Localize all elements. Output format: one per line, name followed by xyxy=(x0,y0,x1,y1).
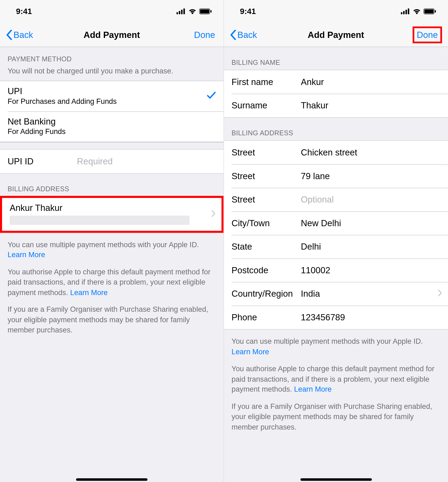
first-name-value: Ankur xyxy=(301,77,324,87)
country-value: India xyxy=(301,289,320,299)
status-time: 9:41 xyxy=(240,7,256,16)
nav-title: Add Payment xyxy=(308,30,364,40)
billing-address-list: Street Chicken street Street 79 lane Str… xyxy=(224,140,448,329)
street2-row[interactable]: Street 79 lane xyxy=(224,164,448,188)
nav-bar: Back Add Payment Done xyxy=(224,23,448,47)
status-time: 9:41 xyxy=(16,7,32,16)
footer-p3: If you are a Family Organiser with Purch… xyxy=(224,394,448,432)
svg-rect-10 xyxy=(408,8,409,14)
billing-address-header: BILLING ADDRESS xyxy=(0,173,223,196)
street3-row[interactable]: Street Optional xyxy=(224,188,448,211)
checkmark-icon xyxy=(207,90,216,102)
nav-bar: Back Add Payment Done xyxy=(0,23,223,47)
billing-name-list: First name Ankur Surname Thakur xyxy=(224,70,448,118)
first-name-row[interactable]: First name Ankur xyxy=(224,70,448,94)
billing-address-header: BILLING ADDRESS xyxy=(224,118,448,140)
city-label: City/Town xyxy=(232,218,301,228)
back-button[interactable]: Back xyxy=(6,30,33,40)
upi-id-row-list: UPI ID Required xyxy=(0,150,223,173)
home-indicator[interactable] xyxy=(76,478,148,481)
country-row[interactable]: Country/Region India xyxy=(224,282,448,306)
billing-address-row[interactable]: Ankur Thakur xyxy=(2,198,222,231)
svg-rect-8 xyxy=(403,11,404,15)
street-placeholder: Optional xyxy=(301,194,334,205)
svg-rect-2 xyxy=(181,10,182,14)
payment-method-note: You will not be charged until you make a… xyxy=(0,66,223,81)
chevron-right-icon xyxy=(438,290,442,298)
payment-method-upi[interactable]: UPI For Purchases and Adding Funds xyxy=(0,81,223,111)
screen-right: 9:41 Back Add Payment Done BILLING NAME … xyxy=(224,0,448,482)
footer-p1: You can use multiple payment methods wit… xyxy=(0,233,223,260)
learn-more-link[interactable]: Learn More xyxy=(232,347,269,356)
chevron-left-icon xyxy=(6,30,13,40)
cellular-icon xyxy=(401,8,410,14)
learn-more-link[interactable]: Learn More xyxy=(294,385,332,393)
done-button-highlighted[interactable]: Done xyxy=(413,26,442,43)
method-sub: For Adding Funds xyxy=(8,127,66,136)
city-value: New Delhi xyxy=(301,218,341,228)
street-value: Chicken street xyxy=(301,147,357,158)
state-row[interactable]: State Delhi xyxy=(224,235,448,258)
battery-icon xyxy=(424,8,436,14)
street1-row[interactable]: Street Chicken street xyxy=(224,141,448,164)
learn-more-link[interactable]: Learn More xyxy=(8,250,45,259)
country-label: Country/Region xyxy=(232,289,301,299)
street-value: 79 lane xyxy=(301,171,330,181)
redacted-address xyxy=(10,215,189,225)
home-indicator[interactable] xyxy=(300,478,372,481)
svg-rect-9 xyxy=(406,10,407,14)
battery-icon xyxy=(199,8,212,14)
svg-rect-6 xyxy=(211,10,212,13)
svg-rect-13 xyxy=(435,10,436,13)
chevron-left-icon xyxy=(230,30,237,40)
payment-method-header: PAYMENT METHOD xyxy=(0,47,223,66)
phone-value: 123456789 xyxy=(301,312,345,322)
done-button[interactable]: Done xyxy=(191,28,218,41)
upi-id-label: UPI ID xyxy=(8,156,77,166)
back-label: Back xyxy=(237,30,257,40)
upi-id-placeholder: Required xyxy=(77,156,113,166)
state-label: State xyxy=(232,242,301,252)
surname-label: Surname xyxy=(232,100,301,111)
upi-id-row[interactable]: UPI ID Required xyxy=(0,150,223,173)
wifi-icon xyxy=(413,8,421,14)
surname-row[interactable]: Surname Thakur xyxy=(224,94,448,117)
svg-rect-0 xyxy=(176,12,178,14)
street-label: Street xyxy=(232,194,301,205)
footer-p2: You authorise Apple to charge this defau… xyxy=(224,357,448,395)
city-row[interactable]: City/Town New Delhi xyxy=(224,211,448,235)
method-sub: For Purchases and Adding Funds xyxy=(8,97,117,106)
svg-rect-1 xyxy=(179,11,180,15)
footer-p2: You authorise Apple to charge this defau… xyxy=(0,260,223,298)
street-label: Street xyxy=(232,171,301,181)
cellular-icon xyxy=(176,8,186,14)
svg-rect-3 xyxy=(183,8,185,14)
phone-row[interactable]: Phone 123456789 xyxy=(224,306,448,329)
payment-methods-list: UPI For Purchases and Adding Funds Net B… xyxy=(0,80,223,142)
footer-p1: You can use multiple payment methods wit… xyxy=(224,329,448,357)
back-button[interactable]: Back xyxy=(230,30,257,40)
first-name-label: First name xyxy=(232,77,301,87)
footer-p3: If you are a Family Organiser with Purch… xyxy=(0,297,223,335)
svg-rect-7 xyxy=(401,12,402,14)
method-title: Net Banking xyxy=(8,116,56,127)
wifi-icon xyxy=(188,8,197,14)
surname-value: Thakur xyxy=(301,100,328,111)
postcode-row[interactable]: Postcode 110002 xyxy=(224,258,448,282)
postcode-label: Postcode xyxy=(232,265,301,275)
chevron-right-icon xyxy=(211,210,216,218)
status-bar: 9:41 xyxy=(224,0,448,23)
nav-title: Add Payment xyxy=(84,30,140,40)
learn-more-link[interactable]: Learn More xyxy=(70,288,108,296)
highlight-billing-address: Ankur Thakur xyxy=(0,196,223,233)
svg-rect-5 xyxy=(200,9,209,13)
payment-method-netbanking[interactable]: Net Banking For Adding Funds xyxy=(0,111,223,141)
status-icons xyxy=(401,8,436,14)
billing-name-header: BILLING NAME xyxy=(224,47,448,70)
status-bar: 9:41 xyxy=(0,0,223,23)
postcode-value: 110002 xyxy=(301,265,330,275)
street-label: Street xyxy=(232,147,301,158)
screen-left: 9:41 Back Add Payment Done PAYMENT METHO… xyxy=(0,0,224,482)
status-icons xyxy=(176,8,212,14)
state-value: Delhi xyxy=(301,242,321,252)
